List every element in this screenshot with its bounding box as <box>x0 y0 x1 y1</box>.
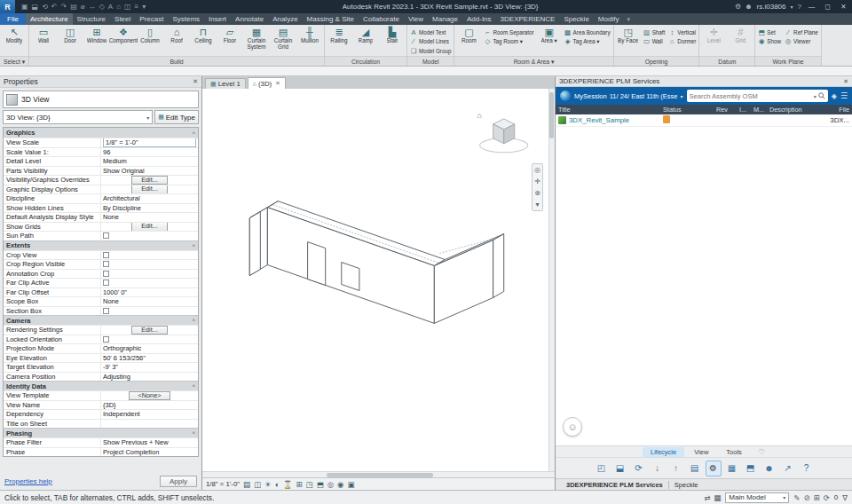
editable-only-icon[interactable]: ✎ <box>793 493 800 502</box>
checkbox-far-clip-active[interactable] <box>103 280 109 286</box>
button-set[interactable]: ⬒Set <box>756 28 783 37</box>
ribbon-collapse-icon[interactable]: ▾ <box>623 13 634 25</box>
button-grid[interactable]: #Grid <box>727 26 753 44</box>
close-view-icon[interactable]: ✕ <box>275 80 280 87</box>
panel-label-model[interactable]: Model <box>407 56 454 66</box>
button-tag-area[interactable]: ◈Tag Area ▾ <box>563 37 612 47</box>
button-ramp[interactable]: ◢Ramp <box>352 26 379 44</box>
tag-icon[interactable]: ◈ <box>832 92 837 100</box>
button-shaft[interactable]: ▥Shaft <box>642 28 667 37</box>
navbar-more-icon[interactable]: ▾ <box>535 201 539 209</box>
view-tab-3d[interactable]: ⌂ (3D) ✕ <box>248 77 286 89</box>
model-3d-drawing[interactable]: ⌂ <box>202 89 555 471</box>
panel-label-datum[interactable]: Datum <box>699 56 754 66</box>
exclude-options-icon[interactable]: ⊘ <box>803 493 809 502</box>
3ds-compass-icon[interactable] <box>560 91 571 101</box>
ribbon-tab-insert[interactable]: Insert <box>204 13 231 25</box>
column-header-m[interactable]: M... <box>751 106 767 114</box>
favorite-icon[interactable]: ♡ <box>759 448 765 456</box>
ribbon-tab-modify[interactable]: Modify <box>594 13 624 25</box>
horizontal-scrollbar[interactable] <box>202 471 555 477</box>
button-model-lines[interactable]: ∕Model Lines <box>408 37 453 47</box>
hamburger-menu-icon[interactable]: ☰ <box>840 91 848 100</box>
plm-tab-tools[interactable]: Tools <box>718 447 750 457</box>
button-vertical[interactable]: ↕Vertical <box>667 28 698 37</box>
filter-icon[interactable]: ∇ <box>842 493 848 502</box>
property-group-graphics[interactable]: Graphics˄ <box>4 128 198 138</box>
detail-level-icon[interactable]: ▤ <box>243 480 250 489</box>
file-menu-button[interactable]: File <box>0 13 26 25</box>
button-dormer[interactable]: ⌂Dormer <box>667 37 698 47</box>
button-level[interactable]: ✛Level <box>700 26 727 44</box>
button-rendering-settings[interactable]: Edit... <box>131 326 168 335</box>
button-mullion[interactable]: ╫Mullion <box>296 26 323 44</box>
button-railing[interactable]: ≣Railing <box>326 26 352 44</box>
design-options-icon[interactable]: ▦ <box>714 493 721 502</box>
button-component[interactable]: ❖Component <box>110 26 137 44</box>
minimize-button[interactable]: — <box>806 3 817 11</box>
ribbon-tab-analyze[interactable]: Analyze <box>268 13 302 25</box>
apply-button[interactable]: Apply <box>160 476 197 487</box>
property-group-identity-data[interactable]: Identity Data˄ <box>4 381 198 390</box>
properties-icon[interactable]: ▤ <box>687 461 703 476</box>
button-view-template[interactable]: <None> <box>129 391 171 400</box>
print-icon[interactable]: ▤ <box>70 0 77 13</box>
save-to-3dx-icon[interactable]: ⬓ <box>612 461 628 476</box>
zoom-icon[interactable]: ⊕ <box>534 189 540 197</box>
button-room-separator[interactable]: ⌐Room Separator <box>482 28 535 37</box>
hide-isolate-icon[interactable]: ◎ <box>327 480 334 489</box>
checkbox-crop-region-visible[interactable] <box>103 261 109 267</box>
type-selector[interactable]: 3D View <box>3 91 199 108</box>
column-header-i[interactable]: I... <box>737 106 751 114</box>
section-icon[interactable]: ◫ <box>124 0 131 13</box>
view-tab-level-1[interactable]: ▦ Level 1 <box>205 78 246 89</box>
plm-header[interactable]: 3DEXPERIENCE PLM Services ✕ <box>556 76 852 87</box>
checkbox-section-box[interactable] <box>103 308 109 314</box>
reveal-hidden-icon[interactable]: ◉ <box>337 480 343 489</box>
button-model-group[interactable]: ❏Model Group <box>408 46 453 56</box>
checkbox-annotation-crop[interactable] <box>103 271 109 277</box>
button-tag-room[interactable]: ◇Tag Room ▾ <box>482 37 535 47</box>
property-group-camera[interactable]: Camera˄ <box>4 315 198 325</box>
settings-gear-icon[interactable]: ⚙ <box>706 461 722 476</box>
properties-header[interactable]: Properties ✕ <box>0 76 201 88</box>
close-button[interactable]: ✕ <box>838 3 849 11</box>
collapse-icon[interactable]: ˄ <box>192 243 195 248</box>
button-column[interactable]: ▯Column <box>137 26 163 44</box>
ribbon-tab-view[interactable]: View <box>404 13 428 25</box>
button-curtain-grid[interactable]: ▤Curtain Grid <box>270 26 296 51</box>
render-icon[interactable]: ⌛ <box>283 480 293 489</box>
help-icon[interactable]: ? <box>799 461 815 476</box>
shadows-icon[interactable]: ◐ <box>275 480 280 489</box>
panel-label-opening[interactable]: Opening <box>614 56 699 66</box>
button-modify[interactable]: ↖Modify <box>1 26 28 44</box>
export-icon[interactable]: ↑ <box>668 461 684 476</box>
properties-help-link[interactable]: Properties help <box>4 477 52 485</box>
open-in-session-icon[interactable]: ◰ <box>594 461 610 476</box>
save-icon[interactable]: ⬓ <box>32 0 39 13</box>
panel-label-build[interactable]: Build <box>29 56 324 66</box>
ribbon-tab-systems[interactable]: Systems <box>168 13 204 25</box>
show-crop-region-icon[interactable]: ◳ <box>306 480 313 489</box>
assistant-button[interactable]: ☺ <box>563 417 582 437</box>
button-roof[interactable]: ⌂Roof <box>163 26 190 44</box>
open-file-icon[interactable]: ▣ <box>21 0 28 13</box>
checkbox-sun-path[interactable] <box>103 232 109 239</box>
collapse-icon[interactable]: ˄ <box>192 430 195 436</box>
panel-label-room-area[interactable]: Room & Area ▾ <box>454 56 612 66</box>
button-door[interactable]: ◫Door <box>57 26 83 44</box>
ribbon-tab-3dexperience[interactable]: 3DEXPERIENCE <box>496 13 560 25</box>
text-icon[interactable]: A <box>108 0 113 13</box>
user-name[interactable]: rs.i03806 <box>757 3 786 11</box>
restore-button[interactable]: ◻ <box>822 3 833 11</box>
redo-icon[interactable]: ↷ <box>61 0 67 13</box>
crop-view-icon[interactable]: ⊞ <box>296 480 302 489</box>
ribbon-tab-annotate[interactable]: Annotate <box>231 13 268 25</box>
search-icon[interactable] <box>818 92 825 99</box>
vertical-scrollbar[interactable] <box>548 89 555 471</box>
button-window[interactable]: ⊞Window <box>83 26 110 44</box>
column-header-description[interactable]: Description <box>767 106 813 114</box>
navigation-wheel-icon[interactable]: ◎ <box>534 166 540 174</box>
property-group-phasing[interactable]: Phasing˄ <box>4 428 198 437</box>
property-group-extents[interactable]: Extents˄ <box>4 240 198 250</box>
